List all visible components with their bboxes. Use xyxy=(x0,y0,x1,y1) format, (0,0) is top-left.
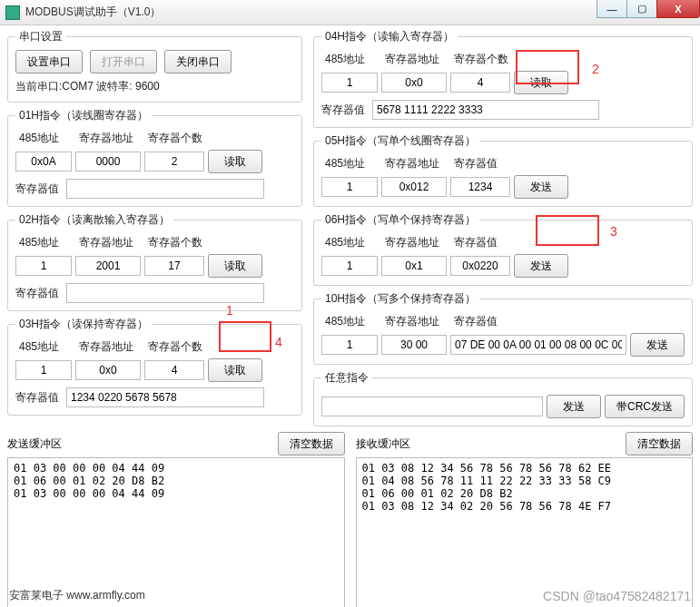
cmd05-regaddr-input[interactable] xyxy=(381,177,447,197)
cmd03-addr-input[interactable] xyxy=(15,360,72,380)
cmd02-legend: 02H指令（读离散输入寄存器） xyxy=(15,212,173,228)
serial-legend: 串口设置 xyxy=(15,29,66,44)
rxbuf-label: 接收缓冲区 xyxy=(356,436,410,452)
window-title: MODBUS调试助手（V1.0） xyxy=(25,5,161,20)
cmd03-regval-label: 寄存器值 xyxy=(15,390,59,406)
cmd04-regcount-label: 寄存器个数 xyxy=(450,52,512,67)
txbuf-box[interactable]: 01 03 00 00 00 04 44 09 01 06 00 01 02 2… xyxy=(7,457,345,607)
txbuf-label: 发送缓冲区 xyxy=(7,436,62,452)
cmd01-regcount-input[interactable] xyxy=(144,152,204,171)
cmd03-addr-label: 485地址 xyxy=(15,339,72,355)
anycmd-sendcrc-button[interactable]: 带CRC发送 xyxy=(605,395,685,418)
cmd03-regcount-input[interactable] xyxy=(144,360,204,380)
cmd01-group: 01H指令（读线圈寄存器） 485地址 寄存器地址 寄存器个数 读取 寄存器值 xyxy=(7,108,302,207)
cmd04-group: 04H指令（读输入寄存器） 485地址 寄存器地址 寄存器个数 读取 寄存器值 xyxy=(313,29,693,128)
anycmd-send-button[interactable]: 发送 xyxy=(547,395,601,418)
close-button[interactable]: X xyxy=(656,0,700,18)
anycmd-input[interactable] xyxy=(321,397,543,416)
cmd04-regaddr-input[interactable] xyxy=(381,73,447,93)
txbuf-clear-button[interactable]: 清空数据 xyxy=(278,432,345,455)
cmd10-group: 10H指令（写多个保持寄存器） 485地址 寄存器地址 寄存器值 发送 xyxy=(313,291,693,365)
serial-group: 串口设置 设置串口 打开串口 关闭串口 当前串口:COM7 波特率: 9600 xyxy=(7,29,302,103)
cmd02-addr-input[interactable] xyxy=(15,256,72,276)
cmd04-addr-input[interactable] xyxy=(321,73,378,93)
cmd01-regaddr-input[interactable] xyxy=(75,152,141,171)
cmd04-addr-label: 485地址 xyxy=(321,52,378,67)
rxbuf-box[interactable]: 01 03 08 12 34 56 78 56 78 56 78 62 EE 0… xyxy=(356,457,694,607)
cmd05-legend: 05H指令（写单个线圈寄存器） xyxy=(321,133,479,149)
cmd10-regval-label: 寄存器值 xyxy=(450,314,512,329)
cmd01-read-button[interactable]: 读取 xyxy=(208,150,262,173)
cmd03-regcount-label: 寄存器个数 xyxy=(144,339,206,355)
cmd01-regaddr-label: 寄存器地址 xyxy=(75,131,141,146)
cmd03-regval-input[interactable] xyxy=(66,387,264,407)
cmd02-group: 02H指令（读离散输入寄存器） 485地址 寄存器地址 寄存器个数 读取 寄存器… xyxy=(7,212,302,311)
cmd01-addr-input[interactable] xyxy=(15,152,72,171)
cmd02-addr-label: 485地址 xyxy=(15,235,72,250)
cmd03-regaddr-label: 寄存器地址 xyxy=(75,339,141,355)
cmd02-regaddr-label: 寄存器地址 xyxy=(75,235,141,250)
cmd06-legend: 06H指令（写单个保持寄存器） xyxy=(321,212,479,228)
cmd05-regval-input[interactable] xyxy=(450,177,510,197)
cmd06-regval-input[interactable] xyxy=(450,256,510,276)
cmd05-send-button[interactable]: 发送 xyxy=(514,175,568,199)
cmd05-addr-input[interactable] xyxy=(321,177,378,197)
cmd04-read-button[interactable]: 读取 xyxy=(514,71,568,94)
cmd02-regcount-input[interactable] xyxy=(144,256,204,276)
cmd03-legend: 03H指令（读保持寄存器） xyxy=(15,317,152,332)
cmd02-regaddr-input[interactable] xyxy=(75,256,141,276)
cmd10-send-button[interactable]: 发送 xyxy=(630,333,685,357)
cmd04-regaddr-label: 寄存器地址 xyxy=(381,52,447,67)
cmd05-addr-label: 485地址 xyxy=(321,156,378,171)
cmd05-regval-label: 寄存器值 xyxy=(450,156,512,171)
cmd04-regval-input[interactable] xyxy=(372,100,599,120)
cmd06-regval-label: 寄存器值 xyxy=(450,235,512,250)
cmd10-addr-label: 485地址 xyxy=(321,314,378,329)
cmd10-regaddr-input[interactable] xyxy=(381,335,447,355)
cmd02-regval-input[interactable] xyxy=(66,283,264,303)
cmd03-read-button[interactable]: 读取 xyxy=(208,358,262,382)
set-serial-button[interactable]: 设置串口 xyxy=(15,50,83,73)
cmd10-regval-input[interactable] xyxy=(450,335,626,355)
cmd06-send-button[interactable]: 发送 xyxy=(514,254,568,278)
cmd01-addr-label: 485地址 xyxy=(15,131,72,146)
anycmd-group: 任意指令 发送 带CRC发送 xyxy=(313,370,693,426)
minimize-button[interactable]: — xyxy=(596,0,627,18)
cmd06-regaddr-input[interactable] xyxy=(381,256,447,276)
footer-text: 安富莱电子 www.armfly.com xyxy=(9,588,145,603)
titlebar: MODBUS调试助手（V1.0） — ▢ X xyxy=(0,0,700,25)
cmd01-regval-input[interactable] xyxy=(66,179,264,199)
cmd10-addr-input[interactable] xyxy=(321,335,378,355)
cmd04-legend: 04H指令（读输入寄存器） xyxy=(321,29,458,44)
serial-status: 当前串口:COM7 波特率: 9600 xyxy=(15,79,294,94)
anycmd-legend: 任意指令 xyxy=(321,370,372,386)
cmd02-regval-label: 寄存器值 xyxy=(15,286,59,301)
watermark: CSDN @tao47582482171 xyxy=(543,589,691,603)
rxbuf-clear-button[interactable]: 清空数据 xyxy=(626,432,693,455)
cmd01-regcount-label: 寄存器个数 xyxy=(144,131,206,146)
cmd01-legend: 01H指令（读线圈寄存器） xyxy=(15,108,152,123)
cmd04-regval-label: 寄存器值 xyxy=(321,103,365,118)
cmd02-read-button[interactable]: 读取 xyxy=(208,254,262,278)
cmd10-regaddr-label: 寄存器地址 xyxy=(381,314,447,329)
cmd06-addr-label: 485地址 xyxy=(321,235,378,250)
app-icon xyxy=(5,5,20,20)
window-controls: — ▢ X xyxy=(597,0,700,18)
cmd01-regval-label: 寄存器值 xyxy=(15,181,59,197)
cmd10-legend: 10H指令（写多个保持寄存器） xyxy=(321,291,479,307)
cmd03-group: 03H指令（读保持寄存器） 485地址 寄存器地址 寄存器个数 读取 寄存器值 xyxy=(7,317,302,416)
maximize-button[interactable]: ▢ xyxy=(626,0,657,18)
cmd05-group: 05H指令（写单个线圈寄存器） 485地址 寄存器地址 寄存器值 发送 xyxy=(313,133,693,207)
cmd05-regaddr-label: 寄存器地址 xyxy=(381,156,447,171)
cmd06-group: 06H指令（写单个保持寄存器） 485地址 寄存器地址 寄存器值 发送 xyxy=(313,212,693,286)
cmd03-regaddr-input[interactable] xyxy=(75,360,141,380)
cmd02-regcount-label: 寄存器个数 xyxy=(144,235,206,250)
cmd06-addr-input[interactable] xyxy=(321,256,378,276)
cmd04-regcount-input[interactable] xyxy=(450,73,510,93)
cmd06-regaddr-label: 寄存器地址 xyxy=(381,235,447,250)
open-serial-button[interactable]: 打开串口 xyxy=(90,50,157,73)
close-serial-button[interactable]: 关闭串口 xyxy=(164,50,232,73)
